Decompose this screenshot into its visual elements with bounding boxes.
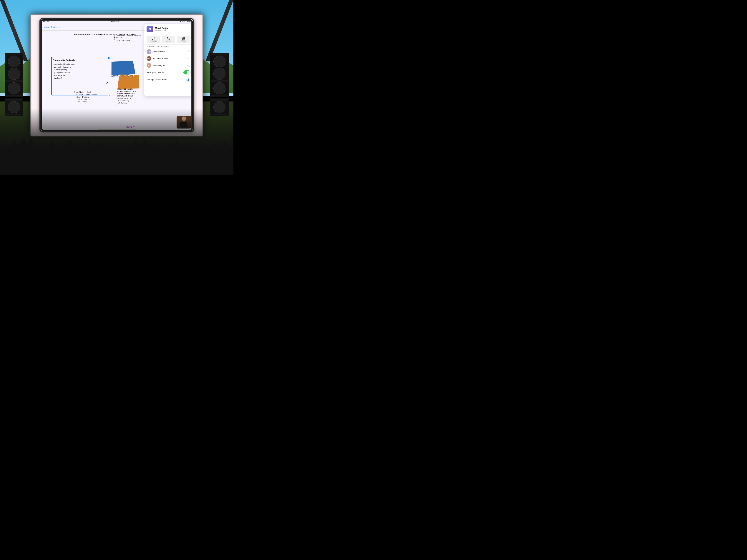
corner-handle-br[interactable] [108,95,109,96]
wifi-icon: ▲ [180,21,182,22]
audience-crowd [0,108,233,175]
audio-icon: 📞 [167,37,170,39]
participant-info-susan[interactable]: ℹ [187,64,190,67]
toolbar-dot: ● [59,26,60,28]
participant-name-susan: Susan Ogren [153,64,186,66]
video-button[interactable]: 🎥 Video [177,35,190,43]
toggle-label: Participant Cursors [147,71,183,74]
participant-avatar-michael: MC [147,56,151,61]
audio-button[interactable]: 📞 Audio [162,35,176,43]
corner-handle-tl[interactable] [51,57,52,59]
community-section: Community Activation – ask local residen… [53,59,76,79]
corner-handle-bl[interactable] [51,95,52,96]
participant-avatar-susan: SO [147,63,151,68]
message-icon: 💬 [152,37,155,39]
video-icon: 🎥 [182,37,185,39]
call-title: Mural Project [155,27,190,29]
mural-app-icon: M [147,26,153,32]
neha-section: NEHA WILL MAKE A SOCIAL MEDIA ACCT. TO D… [117,88,137,104]
message-label: Message [150,40,157,42]
back-label: < Mural Project [44,26,57,28]
status-date: Mon Jun 6 [111,21,120,22]
call-header: M Mural Project With Muralist [144,24,193,34]
manage-shared-board-icon: 👤 [186,78,190,82]
participant-cursors-toggle[interactable] [183,70,190,75]
audio-label: Audio [166,40,171,42]
participant-name-michael: Michael Clemens [153,57,186,60]
signal-icon: ●●● [182,21,185,22]
participant-info-michael[interactable]: ℹ [187,57,190,60]
call-subtitle: With Muralist [155,29,190,31]
message-button[interactable]: 💬 Message [147,35,160,43]
participant-info-aled[interactable]: ℹ [187,50,190,53]
back-button[interactable]: ‹ < Mural Project [43,26,57,28]
manage-shared-board-row[interactable]: Manage Shared Board 👤 [144,76,193,83]
participants-label: CURRENT PARTICIPANTS [144,45,193,48]
participant-cursors-row: Participant Cursors [144,69,193,76]
video-label: Video [182,40,186,42]
call-header-info: Mural Project With Muralist [155,27,190,31]
manage-shared-board-label: Manage Shared Board [147,79,186,81]
participant-avatar-aled: AW [147,49,151,54]
toggle-knob [187,71,190,74]
team-section: Team: Michael – Lead ⊙ Carson – Comm. Ou… [74,91,98,103]
facetime-panel[interactable]: M Mural Project With Muralist 💬 Message … [144,24,193,97]
mural-logo-text: MURAL PROJECT [111,75,134,77]
corner-handle-tr[interactable] [108,57,109,59]
participant-name-aled: Aled Williams [153,51,186,53]
status-time: 9:41 AM [43,21,49,22]
community-items: – ask local residents for input – get yo… [53,63,76,79]
community-title: Community Activation [53,59,76,62]
mural-project-logo: MURAL PROJECT [106,61,139,91]
participant-row[interactable]: MC Michael Clemens ℹ [144,55,193,62]
participant-row[interactable]: AW Aled Williams ℹ [144,48,193,55]
facetime-actions: 💬 Message 📞 Audio 🎥 Video [144,34,193,45]
battery-label: 100% [186,21,191,22]
participant-row[interactable]: SO Susan Ogren ℹ [144,62,193,69]
status-bar: 9:41 AM Mon Jun 6 ▲ ●●● 100% [41,19,193,24]
food-list-text: ├ Food History Local Businesses ├ Histor… [114,33,141,42]
